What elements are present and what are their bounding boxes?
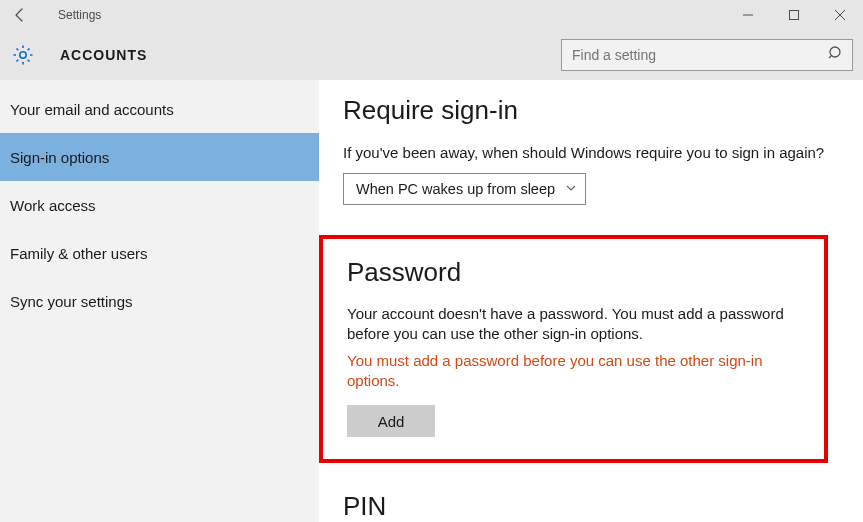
svg-rect-0 xyxy=(790,11,799,20)
password-desc: Your account doesn't have a password. Yo… xyxy=(347,304,800,345)
button-label: Add xyxy=(378,413,405,430)
sidebar-item-label: Your email and accounts xyxy=(10,101,174,118)
require-signin-heading: Require sign-in xyxy=(343,95,863,126)
maximize-button[interactable] xyxy=(771,0,817,30)
header: ACCOUNTS xyxy=(0,30,863,80)
sidebar: Your email and accounts Sign-in options … xyxy=(0,80,319,522)
require-signin-desc: If you've been away, when should Windows… xyxy=(343,144,863,161)
sidebar-item-family-users[interactable]: Family & other users xyxy=(0,229,319,277)
sidebar-item-label: Sign-in options xyxy=(10,149,109,166)
window-title: Settings xyxy=(40,8,101,22)
svg-point-1 xyxy=(20,52,26,58)
minimize-button[interactable] xyxy=(725,0,771,30)
content-panel: Require sign-in If you've been away, whe… xyxy=(319,80,863,522)
back-button[interactable] xyxy=(0,7,40,23)
password-warning: You must add a password before you can u… xyxy=(347,351,800,392)
sidebar-item-label: Sync your settings xyxy=(10,293,133,310)
titlebar: Settings xyxy=(0,0,863,30)
password-heading: Password xyxy=(347,257,800,288)
close-button[interactable] xyxy=(817,0,863,30)
search-icon xyxy=(828,45,844,65)
add-password-button[interactable]: Add xyxy=(347,405,435,437)
sidebar-item-email-accounts[interactable]: Your email and accounts xyxy=(0,85,319,133)
require-signin-dropdown[interactable]: When PC wakes up from sleep xyxy=(343,173,586,205)
page-title: ACCOUNTS xyxy=(38,47,147,63)
sidebar-item-signin-options[interactable]: Sign-in options xyxy=(0,133,319,181)
chevron-down-icon xyxy=(565,181,577,197)
search-box[interactable] xyxy=(561,39,853,71)
sidebar-item-label: Family & other users xyxy=(10,245,148,262)
password-section-highlight: Password Your account doesn't have a pas… xyxy=(319,235,828,463)
sidebar-item-work-access[interactable]: Work access xyxy=(0,181,319,229)
sidebar-item-sync-settings[interactable]: Sync your settings xyxy=(0,277,319,325)
dropdown-value: When PC wakes up from sleep xyxy=(356,181,555,197)
search-input[interactable] xyxy=(572,47,828,63)
pin-heading: PIN xyxy=(343,491,863,522)
gear-icon xyxy=(8,40,38,70)
sidebar-item-label: Work access xyxy=(10,197,96,214)
